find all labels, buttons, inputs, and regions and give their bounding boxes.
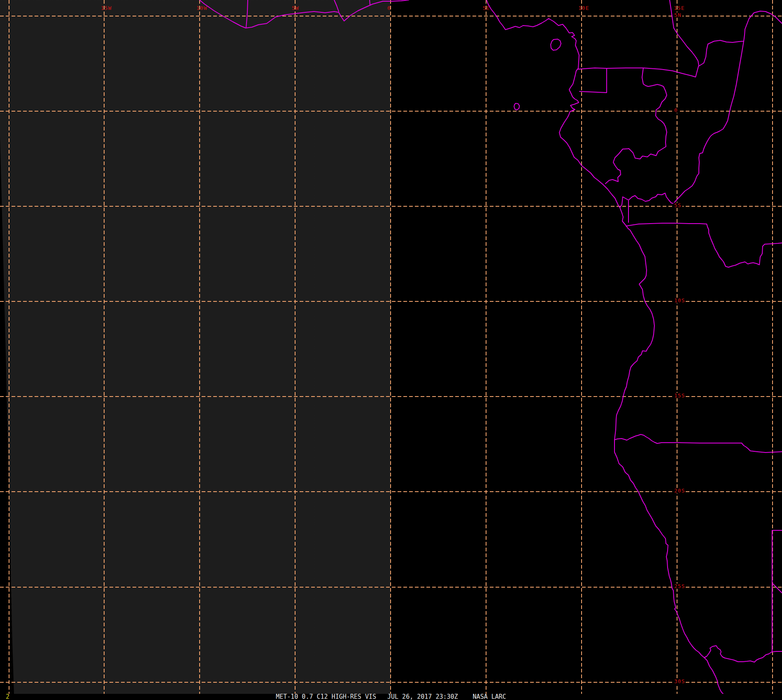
border-stub-west-2 xyxy=(334,0,339,12)
map-svg xyxy=(0,0,782,694)
border-stub-west-3 xyxy=(370,0,370,5)
caption-bar: 2 MET-10 0.7 C12 HIGH-RES VIS JUL 26, 20… xyxy=(0,694,782,700)
earth-limb-wedge xyxy=(0,136,14,694)
satellite-viewer: 15W10W5W05E10E15E5N05S10S15S20S25S30S 2 … xyxy=(0,0,782,700)
map-canvas: 15W10W5W05E10E15E5N05S10S15S20S25S30S xyxy=(0,0,782,694)
island-sao-tome xyxy=(514,103,519,110)
border-angola-namibia xyxy=(614,434,782,453)
coast-gulf-of-guinea xyxy=(200,0,409,28)
border-angola-drc xyxy=(626,223,782,267)
border-congo-mouth xyxy=(620,193,673,208)
border-congo-river xyxy=(673,41,744,203)
caption-source: NASA LARC xyxy=(473,694,506,700)
image-caption: MET-10 0.7 C12 HIGH-RES VIS JUL 26, 2017… xyxy=(0,694,782,700)
border-botswana-stub xyxy=(773,584,782,593)
border-cameroon-eq-guinea xyxy=(578,66,698,77)
border-nigeria-cameroon xyxy=(670,0,699,66)
border-rio-muni-box xyxy=(580,68,607,93)
caption-product: MET-10 0.7 C12 HIGH-RES VIS xyxy=(276,694,376,700)
border-cameroon-east-arc xyxy=(698,11,782,66)
coast-central-africa xyxy=(486,0,723,694)
border-orange-river xyxy=(704,646,782,662)
border-stub-west-1 xyxy=(246,0,248,27)
border-gabon-congo xyxy=(605,68,667,184)
caption-datetime: JUL 26, 2017 23:30Z xyxy=(387,694,458,700)
island-bioko xyxy=(551,39,561,50)
